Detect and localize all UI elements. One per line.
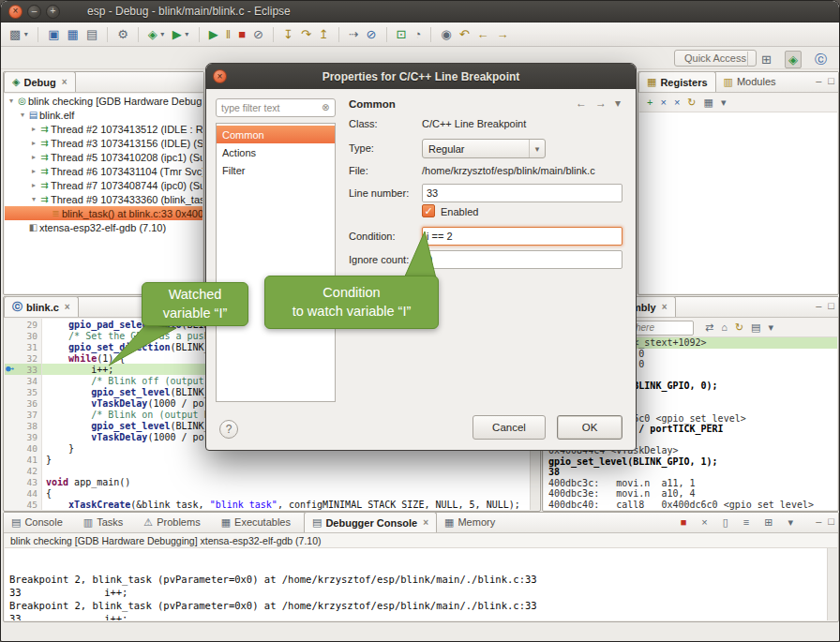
toolbar-separator[interactable]	[101, 24, 113, 45]
editor-gutter[interactable]: 35	[5, 386, 42, 397]
editor-gutter[interactable]: 31	[5, 341, 42, 352]
view-tab[interactable]: ▥ Modules	[716, 71, 784, 92]
view-menu-icon[interactable]: ▾	[615, 97, 621, 110]
remove-launch-icon[interactable]: ×	[694, 513, 714, 533]
expand-toggle-icon[interactable]: ▸	[29, 139, 38, 147]
maximize-icon[interactable]: □	[828, 301, 834, 311]
console-scrollbar[interactable]	[827, 548, 837, 620]
suspend-icon[interactable]: ‖	[222, 24, 234, 45]
line-number-input[interactable]	[422, 184, 622, 202]
expand-toggle-icon[interactable]: ▸	[29, 153, 38, 161]
new-dropdown-icon[interactable]: ▾	[24, 24, 32, 45]
search-icon[interactable]: ◉	[437, 24, 455, 45]
back-icon[interactable]: ←	[473, 24, 493, 45]
debug-tree-item[interactable]: ▾ ⇉ Thread #9 1073433360 (blink_task	[5, 192, 202, 206]
view-menu-icon[interactable]: ▾	[765, 318, 778, 338]
disconnect-icon[interactable]: ⊘	[249, 24, 267, 45]
step-return-icon[interactable]: ↥	[315, 24, 333, 45]
step-over-icon[interactable]: ↷	[297, 24, 315, 45]
debug-tree-item[interactable]: ▾ ◎ blink checking [GDB Hardware Debug	[5, 94, 202, 108]
editor-line[interactable]: 45 xTaskCreate(&blink_task, "blink_task"…	[5, 499, 530, 510]
expand-toggle-icon[interactable]: ▸	[29, 125, 38, 133]
window-close-button[interactable]: ×	[8, 5, 22, 19]
editor-gutter[interactable]: 32	[5, 352, 42, 364]
toolbar-separator[interactable]	[425, 24, 437, 45]
debug-perspective-icon[interactable]: ◈	[781, 49, 805, 69]
new-wizard-icon[interactable]: ▩	[6, 24, 24, 45]
filter-input[interactable]	[216, 98, 336, 117]
instruction-stepping-icon[interactable]: ⇢	[345, 24, 363, 45]
view-tab[interactable]: ▦ Registers	[638, 71, 716, 92]
terminate-icon[interactable]: ■	[234, 24, 249, 45]
save-all-icon[interactable]: ▦	[64, 24, 82, 45]
toolbar-separator[interactable]	[381, 24, 393, 45]
coverage-icon[interactable]: ◔	[410, 24, 425, 45]
minimize-icon[interactable]: –	[816, 301, 821, 311]
editor-gutter[interactable]: 42	[5, 465, 42, 476]
condition-input[interactable]	[422, 227, 622, 246]
console-area-tab[interactable]: ▦ Executables	[214, 512, 304, 532]
step-into-icon[interactable]: ↧	[279, 24, 297, 45]
refresh-icon[interactable]: ↻	[731, 318, 747, 338]
editor-gutter[interactable]: 38	[5, 420, 42, 431]
maximize-icon[interactable]: □	[828, 76, 834, 86]
show-source-icon[interactable]: ▤	[747, 318, 764, 338]
debug-tree-item[interactable]: ▸ ⇉ Thread #3 1073413156 (IDLE) (Susp	[5, 136, 202, 150]
toolbar-separator[interactable]	[267, 24, 279, 45]
debug-dropdown-icon[interactable]: ▾	[161, 24, 169, 45]
save-icon[interactable]: ▣	[44, 24, 63, 45]
toolbar-separator[interactable]	[333, 24, 345, 45]
editor-gutter[interactable]: 40	[5, 442, 42, 454]
debug-icon[interactable]: ◈	[144, 24, 161, 45]
debug-tree-item[interactable]: ▸ ⇉ Thread #7 1073408744 (ipc0) (Susp	[5, 178, 202, 192]
dialog-nav-item[interactable]: Common	[217, 126, 335, 143]
home-icon[interactable]: ⌂	[717, 318, 731, 338]
maximize-icon[interactable]: □	[828, 516, 834, 527]
close-icon[interactable]: ×	[65, 302, 70, 312]
console-output[interactable]: Breakpoint 2, blink_task (pvParameter=0x…	[5, 548, 827, 620]
editor-gutter[interactable]: 29	[5, 319, 42, 330]
editor-gutter[interactable]: 30	[5, 330, 42, 341]
editor-gutter[interactable]: 39	[5, 431, 42, 442]
editor-gutter[interactable]: 44	[5, 487, 42, 499]
forward-icon[interactable]: →	[595, 97, 607, 110]
forward-icon[interactable]: →	[493, 24, 513, 45]
editor-gutter[interactable]: 41	[5, 454, 42, 465]
remove-register-group-icon[interactable]: ×	[656, 93, 669, 113]
skip-all-breakpoints-icon[interactable]: ⊘	[363, 24, 381, 45]
link-with-debug-context-icon[interactable]: ⇄	[701, 318, 717, 338]
run-dropdown-icon[interactable]: ▾	[186, 24, 193, 45]
view-menu-icon[interactable]: ▾	[717, 93, 730, 113]
editor-line[interactable]: 42	[5, 465, 530, 476]
editor-line[interactable]: 43 void app_main()	[5, 476, 530, 487]
editor-line[interactable]: 44 {	[5, 487, 530, 499]
disassembly-line[interactable]: gpio_set_level(BLINK_GPIO, 1);	[544, 456, 837, 468]
open-console-icon[interactable]: ⊞	[757, 513, 780, 533]
tab-blink-c[interactable]: ⓒ blink.c ×	[4, 296, 79, 317]
debug-tree-item[interactable]: ▸ ⇉ Thread #2 1073413512 (IDLE : Runn	[5, 122, 202, 136]
console-area-tab[interactable]: ▥ Tasks	[76, 512, 137, 532]
minimize-icon[interactable]: –	[816, 76, 821, 86]
window-minimize-button[interactable]: –	[27, 5, 41, 19]
layout-icon[interactable]: ▦	[700, 93, 717, 113]
resume-icon[interactable]: ▶	[205, 24, 222, 45]
back-icon[interactable]: ←	[576, 97, 587, 110]
open-perspective-icon[interactable]: ⊞	[755, 49, 778, 69]
expand-toggle-icon[interactable]: ▾	[29, 195, 38, 203]
external-tools-icon[interactable]: ⊡	[393, 24, 411, 45]
disassembly-line[interactable]: 38	[544, 467, 837, 478]
editor-gutter[interactable]: ●→ 33	[5, 364, 42, 375]
editor-gutter[interactable]: 43	[5, 476, 42, 487]
minimize-icon[interactable]: –	[816, 516, 821, 527]
scroll-lock-icon[interactable]: ≡	[736, 513, 757, 533]
debug-tree-item[interactable]: ▸ ⇉ Thread #6 1073431104 (Tmr Svc) (S	[5, 164, 202, 178]
debug-tree-item[interactable]: ▾ ▤ blink.elf	[5, 108, 202, 122]
add-register-group-icon[interactable]: +	[643, 93, 656, 113]
ignore-count-input[interactable]	[422, 250, 622, 269]
console-area-tab[interactable]: ▤ Debugger Console ×	[304, 512, 437, 532]
type-dropdown[interactable]: Regular ▾	[422, 139, 546, 158]
console-area-tab[interactable]: ▦ Memory	[437, 512, 508, 532]
tab-debug[interactable]: ◈ Debug ×	[4, 71, 76, 92]
expand-toggle-icon[interactable]: ▸	[29, 167, 38, 175]
debug-tree-item[interactable]: ▸ ⇉ Thread #5 1073410208 (ipc1) (Susp	[5, 150, 202, 164]
